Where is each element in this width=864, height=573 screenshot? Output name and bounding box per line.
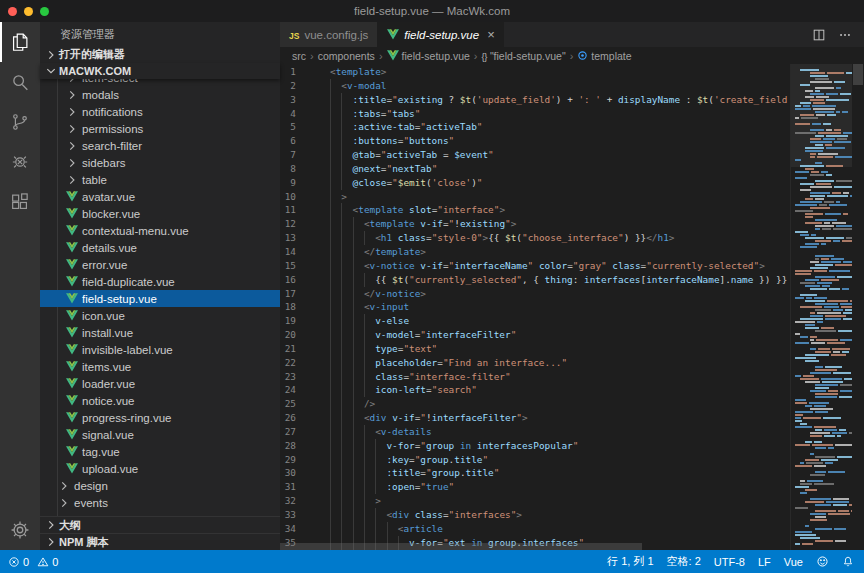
split-editor-icon[interactable] [812, 28, 826, 42]
vertical-scrollbar[interactable] [852, 64, 864, 550]
code-line[interactable]: 24 icon-left="search" [280, 383, 864, 397]
code-line[interactable]: 26 <div v-if="!interfaceFilter"> [280, 411, 864, 425]
tree-item-notice-vue[interactable]: notice.vue [40, 392, 280, 409]
code-line[interactable]: 9 @close="$emit('close')" [280, 176, 864, 190]
code-line[interactable]: 7 @tab="activeTab = $event" [280, 148, 864, 162]
vertical-scrollbar-thumb[interactable] [853, 64, 863, 85]
breadcrumb-item[interactable]: components [318, 50, 375, 62]
code-line[interactable]: 15 <v-notice v-if="interfaceName" color=… [280, 259, 864, 273]
tree-item-blocker-vue[interactable]: blocker.vue [40, 205, 280, 222]
tree-item-avatar-vue[interactable]: avatar.vue [40, 188, 280, 205]
code-line[interactable]: 18 <v-input [280, 300, 864, 314]
horizontal-scrollbar-thumb[interactable] [280, 543, 642, 550]
minimize-window-button[interactable] [24, 7, 33, 16]
tree-item-signal-vue[interactable]: signal.vue [40, 426, 280, 443]
code-line[interactable]: 13 <h1 class="style-0">{{ $t("choose_int… [280, 231, 864, 245]
code-line[interactable]: 22 placeholder="Find an interface..." [280, 356, 864, 370]
workspace-section[interactable]: MACWK.COM [40, 63, 280, 79]
code-line[interactable]: 33 <div class="interfaces"> [280, 508, 864, 522]
code-line[interactable]: 25 /> [280, 397, 864, 411]
outline-section[interactable]: 大纲 [40, 516, 280, 533]
status-smiley[interactable] [816, 555, 829, 568]
status-item[interactable]: LF [758, 556, 771, 568]
tree-item-item-select[interactable]: item-select [40, 79, 280, 86]
tab-vue-config-js[interactable]: JSvue.config.js [280, 22, 378, 47]
code-line[interactable]: 5 :active-tab="activeTab" [280, 120, 864, 134]
tree-item-tag-vue[interactable]: tag.vue [40, 443, 280, 460]
npm-scripts-section[interactable]: NPM 脚本 [40, 533, 280, 550]
code-line[interactable]: 8 @next="nextTab" [280, 162, 864, 176]
tree-item-notifications[interactable]: notifications [40, 103, 280, 120]
tree-item-field-duplicate-vue[interactable]: field-duplicate.vue [40, 273, 280, 290]
tree-item-details-vue[interactable]: details.vue [40, 239, 280, 256]
code-line[interactable]: 28 v-for="group in interfacesPopular" [280, 439, 864, 453]
ellipsis-icon[interactable] [838, 28, 852, 42]
code-line[interactable]: 21 type="text" [280, 342, 864, 356]
code-line[interactable]: 34 <article [280, 522, 864, 536]
code-line[interactable]: 14 </template> [280, 245, 864, 259]
breadcrumb-item[interactable]: {}"field-setup.vue" [482, 50, 566, 62]
code-editor[interactable]: 1<template>2 <v-modal3 :title="existing … [280, 64, 864, 550]
tree-item-contextual-menu-vue[interactable]: contextual-menu.vue [40, 222, 280, 239]
status-error[interactable]: 0 [8, 556, 29, 568]
status-item[interactable]: 行 1, 列 1 [607, 554, 653, 569]
tree-item-search-filter[interactable]: search-filter [40, 137, 280, 154]
tree-item-events[interactable]: events [40, 494, 280, 511]
tab-field-setup-vue[interactable]: field-setup.vue× [378, 22, 503, 47]
code-line[interactable]: 3 :title="existing ? $t('update_field') … [280, 93, 864, 107]
code-line[interactable]: 19 v-else [280, 314, 864, 328]
code-line[interactable]: 4 :tabs="tabs" [280, 107, 864, 121]
close-window-button[interactable] [8, 7, 17, 16]
tree-item-install-vue[interactable]: install.vue [40, 324, 280, 341]
indent-guide [353, 259, 354, 273]
code-line[interactable]: 6 :buttons="buttons" [280, 134, 864, 148]
code-line[interactable]: 27 <v-details [280, 425, 864, 439]
code-line[interactable]: 11 <template slot="interface"> [280, 203, 864, 217]
activity-item-extensions[interactable] [0, 182, 40, 222]
breadcrumb-item[interactable]: field-setup.vue [387, 50, 470, 62]
code-line[interactable]: 12 <template v-if="!existing"> [280, 217, 864, 231]
code-line[interactable]: 2 <v-modal [280, 79, 864, 93]
status-warning[interactable]: 0 [37, 556, 58, 568]
tree-item-design[interactable]: design [40, 477, 280, 494]
tree-item-table[interactable]: table [40, 171, 280, 188]
code-line[interactable]: 20 v-model="interfaceFilter" [280, 328, 864, 342]
activity-item-settings[interactable] [0, 510, 40, 550]
tree-item-icon-vue[interactable]: icon.vue [40, 307, 280, 324]
tree-item-permissions[interactable]: permissions [40, 120, 280, 137]
breadcrumb-item[interactable]: src [292, 50, 306, 62]
status-item[interactable]: 空格: 2 [667, 554, 701, 569]
tree-item-field-setup-vue[interactable]: field-setup.vue [40, 290, 280, 307]
activity-item-explorer[interactable] [0, 22, 40, 62]
tree-item-modals[interactable]: modals [40, 86, 280, 103]
tree-item-progress-ring-vue[interactable]: progress-ring.vue [40, 409, 280, 426]
tree-item-sidebars[interactable]: sidebars [40, 154, 280, 171]
code-line[interactable]: 31 :open="true" [280, 480, 864, 494]
code-line[interactable]: 30 :title="group.title" [280, 466, 864, 480]
zoom-window-button[interactable] [40, 7, 49, 16]
code-line[interactable]: 23 class="interface-filter" [280, 370, 864, 384]
activity-item-search[interactable] [0, 62, 40, 102]
code-line[interactable]: 10 > [280, 190, 864, 204]
indent-guide [375, 522, 376, 536]
tree-item-upload-vue[interactable]: upload.vue [40, 460, 280, 477]
tree-item-items-vue[interactable]: items.vue [40, 358, 280, 375]
status-item[interactable]: UTF-8 [714, 556, 745, 568]
activity-item-source-control[interactable] [0, 102, 40, 142]
status-item[interactable]: Vue [784, 556, 803, 568]
open-editors-section[interactable]: 打开的编辑器 [40, 46, 280, 63]
breadcrumb-item[interactable]: template [577, 50, 631, 62]
tree-item-loader-vue[interactable]: loader.vue [40, 375, 280, 392]
code-line[interactable]: 32 > [280, 494, 864, 508]
activity-item-debug[interactable] [0, 142, 40, 182]
code-line[interactable]: 16 {{ $t("currently_selected", { thing: … [280, 273, 864, 287]
line-number: 28 [280, 439, 296, 453]
minimap[interactable] [790, 64, 852, 550]
close-tab-icon[interactable]: × [487, 28, 495, 41]
code-line[interactable]: 29 :key="group.title" [280, 453, 864, 467]
tree-item-invisible-label-vue[interactable]: invisible-label.vue [40, 341, 280, 358]
status-bell[interactable] [842, 555, 854, 568]
code-line[interactable]: 1<template> [280, 65, 864, 79]
code-line[interactable]: 17 </v-notice> [280, 287, 864, 301]
tree-item-error-vue[interactable]: error.vue [40, 256, 280, 273]
